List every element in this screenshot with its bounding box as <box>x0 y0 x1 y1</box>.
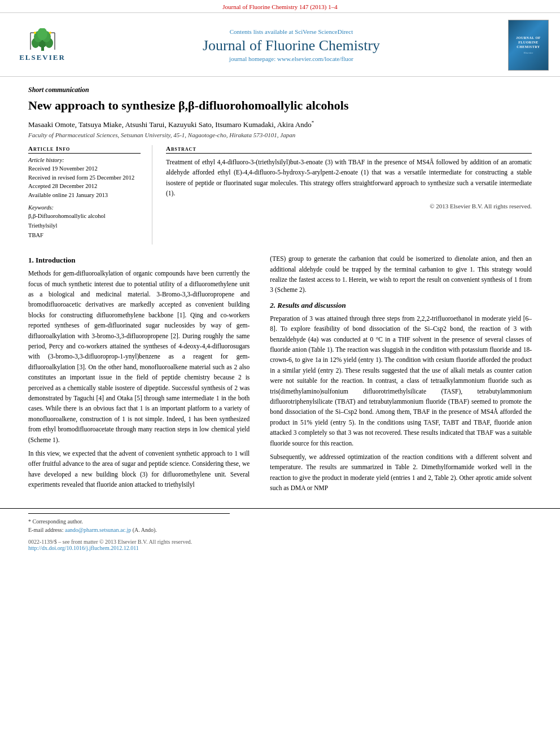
keyword-1: β,β-Difluorohomoallylic alcohol <box>28 212 141 221</box>
bottom-bar: 0022-1139/$ – see front matter © 2013 El… <box>0 536 560 556</box>
intro-para2: In this view, we expected that the adven… <box>28 448 250 490</box>
svg-point-9 <box>34 32 36 34</box>
body-left-col: 1. Introduction Methods for gem-difluoro… <box>28 254 260 496</box>
right-tes-para: (TES) group to generate the carbanion th… <box>270 254 532 295</box>
journal-citation: Journal of Fluorine Chemistry 147 (2013)… <box>222 3 337 10</box>
journal-homepage: journal homepage: www.elsevier.com/locat… <box>85 55 498 62</box>
keyword-list: β,β-Difluorohomoallylic alcohol Triethyl… <box>28 212 141 240</box>
copyright-line: © 2013 Elsevier B.V. All rights reserved… <box>166 203 532 209</box>
journal-cover-image: JOURNAL OFFLUORINECHEMISTRY Elsevier <box>508 20 549 71</box>
abstract-col: Abstract Treatment of ethyl 4,4-difluoro… <box>152 145 532 244</box>
keywords-section: Keywords: β,β-Difluorohomoallylic alcoho… <box>28 204 141 240</box>
doi-line: http://dx.doi.org/10.1016/j.jfluchem.201… <box>28 545 532 551</box>
email-footnote: E-mail address: aando@pharm.setsunan.ac.… <box>28 526 532 534</box>
journal-header: ELSEVIER Contents lists available at Sci… <box>0 13 560 77</box>
available-date: Available online 21 January 2013 <box>28 191 141 200</box>
abstract-heading: Abstract <box>166 145 532 154</box>
article-history: Article history: Received 19 November 20… <box>28 157 141 200</box>
sciverse-link: SciVerse ScienceDirect <box>295 28 353 35</box>
affiliation: Faculty of Pharmaceutical Sciences, Sets… <box>28 132 532 138</box>
keyword-3: TBAF <box>28 231 141 241</box>
received-date: Received 19 November 2012 <box>28 164 141 173</box>
article-header: Short communication New approach to synt… <box>0 77 560 138</box>
article-info-heading: Article Info <box>28 145 141 154</box>
corresponding-footnote: * Corresponding author. <box>28 517 532 526</box>
footnote-separator <box>28 513 230 514</box>
article-info-abstract: Article Info Article history: Received 1… <box>0 145 560 244</box>
revised-date: Received in revised form 25 December 201… <box>28 173 141 182</box>
elsevier-tree-icon <box>27 28 58 52</box>
article-type: Short communication <box>28 86 532 94</box>
results-para2: Subsequently, we addressed optimization … <box>270 452 532 493</box>
email-link: aando@pharm.setsunan.ac.jp <box>65 527 131 533</box>
issn-line: 0022-1139/$ – see front matter © 2013 El… <box>28 539 532 545</box>
main-body: 1. Introduction Methods for gem-difluoro… <box>0 244 560 505</box>
intro-heading: 1. Introduction <box>28 256 250 265</box>
article-info-col: Article Info Article history: Received 1… <box>28 145 152 244</box>
journal-bar: Journal of Fluorine Chemistry 147 (2013)… <box>0 0 560 13</box>
journal-title: Journal of Fluorine Chemistry <box>85 37 498 54</box>
elsevier-logo: ELSEVIER <box>11 28 73 62</box>
publisher-logo-area: ELSEVIER <box>11 28 85 62</box>
intro-para1: Methods for gem-difluoroalkylation of or… <box>28 268 250 445</box>
authors: Masaaki Omote, Tatsuya Miake, Atsushi Ta… <box>28 120 532 129</box>
elsevier-label: ELSEVIER <box>19 53 65 62</box>
article-title: New approach to synthesize β,β-difluoroh… <box>28 98 532 114</box>
intro-number: 1. Introduction <box>28 256 76 264</box>
history-label: Article history: <box>28 157 141 163</box>
accepted-date: Accepted 28 December 2012 <box>28 182 141 191</box>
svg-point-6 <box>37 28 47 40</box>
keyword-2: Triethylsilyl <box>28 221 141 231</box>
results-para1: Preparation of 3 was attained through th… <box>270 313 532 448</box>
title-before: New approach to synthesize <box>28 98 178 112</box>
results-heading: 2. Results and discussion <box>270 301 532 310</box>
sciverse-line: Contents lists available at SciVerse Sci… <box>85 28 498 35</box>
results-section: 2. Results and discussion Preparation of… <box>270 301 532 493</box>
svg-point-12 <box>49 32 51 34</box>
title-greek: β,β <box>178 98 195 112</box>
journal-cover-area: JOURNAL OFFLUORINECHEMISTRY Elsevier <box>498 20 549 71</box>
journal-title-area: Contents lists available at SciVerse Sci… <box>85 28 498 62</box>
body-right-col: (TES) group to generate the carbanion th… <box>260 254 532 496</box>
footnote-area: * Corresponding author. E-mail address: … <box>0 508 560 536</box>
keywords-label: Keywords: <box>28 204 141 211</box>
title-after: -difluorohomoallylic alcohols <box>195 98 349 112</box>
abstract-text: Treatment of ethyl 4,4-difluoro-3-(triet… <box>166 157 532 199</box>
